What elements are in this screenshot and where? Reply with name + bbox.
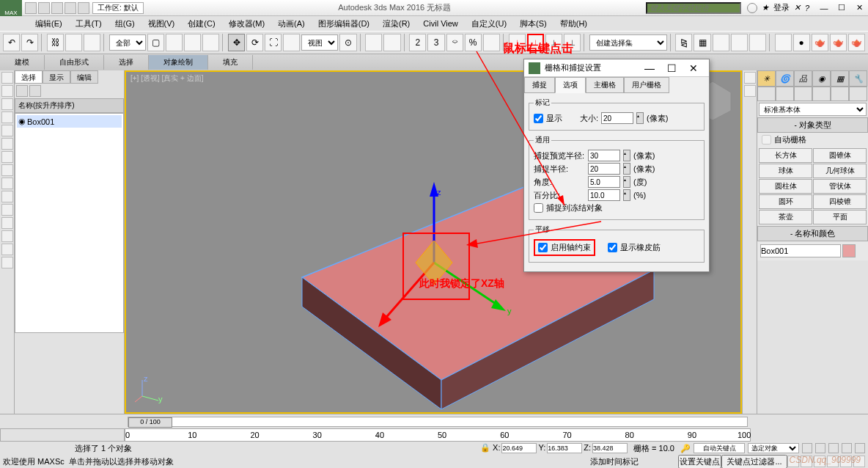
dialog-maximize[interactable]: ☐ — [661, 62, 683, 74]
prim-pyramid[interactable]: 四棱锥 — [813, 194, 867, 209]
unlink-button[interactable] — [65, 34, 82, 51]
render-button[interactable]: 🫖 — [848, 34, 865, 51]
right-tool-1[interactable] — [744, 72, 756, 84]
playback-end-icon[interactable] — [855, 443, 865, 453]
menu-modifiers[interactable]: 修改器(M) — [223, 17, 271, 31]
spinner-snap-button[interactable] — [483, 34, 500, 51]
ribbon-freeform[interactable]: 自由形式 — [45, 55, 104, 70]
login-link[interactable]: 登录 — [773, 2, 790, 13]
align-button[interactable]: ▦ — [694, 34, 710, 51]
help-icon[interactable]: ? — [805, 4, 809, 12]
menu-script[interactable]: 脚本(S) — [514, 17, 553, 31]
dlg-tab-usergrid[interactable]: 用户栅格 — [624, 77, 669, 93]
close-button[interactable]: ✕ — [850, 1, 868, 15]
asset-button[interactable] — [731, 34, 748, 51]
keyfilter-button[interactable]: 关键点过滤器... — [721, 455, 787, 469]
left-tool-10[interactable] — [1, 191, 13, 202]
playback-next-icon[interactable] — [842, 443, 852, 453]
enable-axis-constraint-checkbox[interactable] — [538, 243, 548, 252]
mirror-button[interactable]: ⧎ — [675, 34, 692, 51]
menu-help[interactable]: 帮助(H) — [554, 17, 593, 31]
left-tool-8[interactable] — [1, 164, 13, 176]
scene-tab-edit[interactable]: 编辑 — [70, 70, 98, 84]
cmd-sub-helpers[interactable] — [831, 87, 849, 101]
menu-group[interactable]: 组(G) — [109, 17, 141, 31]
render-setup-button[interactable]: 🫖 — [812, 34, 828, 51]
scene-tab-display[interactable]: 显示 — [43, 70, 70, 84]
prim-tube[interactable]: 管状体 — [813, 179, 867, 194]
coord-y-input[interactable] — [547, 443, 582, 453]
left-tool-15[interactable] — [1, 257, 13, 268]
snap-frozen-checkbox[interactable] — [534, 203, 543, 213]
marker-size-input[interactable] — [601, 112, 633, 124]
prim-box[interactable]: 长方体 — [759, 148, 812, 163]
prim-torus[interactable]: 圆环 — [759, 194, 812, 209]
qat-undo-icon[interactable] — [65, 2, 76, 14]
ribbon-modeling[interactable]: 建模 — [0, 55, 45, 70]
left-tool-7[interactable] — [1, 151, 13, 163]
menu-customize[interactable]: 自定义(U) — [466, 17, 512, 31]
qat-new-icon[interactable] — [25, 2, 37, 14]
object-color-swatch[interactable] — [842, 244, 856, 257]
menu-grapheditors[interactable]: 图形编辑器(D) — [312, 17, 375, 31]
left-tool-11[interactable] — [1, 204, 13, 216]
key-lock-icon[interactable]: 🔑 — [680, 444, 691, 453]
menu-view[interactable]: 视图(V) — [142, 17, 181, 31]
redo-button[interactable]: ↷ — [21, 34, 38, 51]
right-tool-2[interactable] — [744, 85, 756, 97]
schematic-button[interactable] — [775, 34, 792, 51]
scene-search-icon[interactable] — [16, 85, 28, 97]
snap3d-button[interactable]: 3 — [427, 34, 444, 51]
left-tool-5[interactable] — [1, 125, 13, 136]
app-logo[interactable]: MAX — [0, 0, 22, 16]
selection-filter-dropdown[interactable]: 全部 — [109, 34, 146, 51]
time-slider-thumb[interactable]: 0 / 100 — [128, 417, 172, 428]
snap2d-button[interactable]: 2 — [409, 34, 426, 51]
dialog-close[interactable]: ✕ — [683, 62, 705, 74]
curve-editor-button[interactable] — [749, 34, 766, 51]
angle-spinner[interactable]: ▴ — [623, 176, 630, 188]
display-marker-checkbox[interactable] — [534, 114, 543, 123]
menu-civilview[interactable]: Civil View — [417, 18, 463, 29]
close-x-icon[interactable]: ✕ — [794, 3, 801, 12]
scale-button[interactable]: ⛶ — [265, 34, 282, 51]
coord-x-input[interactable] — [501, 443, 537, 453]
dlg-tab-homegrid[interactable]: 主栅格 — [586, 77, 624, 93]
link-button[interactable]: ⛓ — [47, 34, 64, 51]
left-tool-12[interactable] — [1, 217, 13, 229]
manipulate-button[interactable] — [365, 34, 382, 51]
cmd-tab-create[interactable]: ✳ — [757, 70, 776, 87]
pivot-button[interactable]: ⊙ — [339, 34, 356, 51]
undo-button[interactable]: ↶ — [3, 34, 20, 51]
move-button[interactable]: ✥ — [228, 34, 245, 51]
material-button[interactable]: ● — [793, 34, 810, 51]
left-tool-4[interactable] — [1, 111, 13, 123]
time-slider[interactable]: 0 / 100 — [128, 417, 748, 427]
left-tool-14[interactable] — [1, 244, 13, 255]
scene-item-box001[interactable]: ◉Box001 — [17, 115, 122, 128]
preview-radius-spinner[interactable]: ▴ — [623, 150, 630, 161]
left-tool-6[interactable] — [1, 138, 13, 150]
cmd-tab-hierarchy[interactable]: 品 — [794, 70, 812, 87]
keyboard-button[interactable] — [383, 34, 400, 51]
qat-redo-icon[interactable] — [78, 2, 89, 14]
maximize-button[interactable]: ☐ — [833, 1, 850, 15]
prim-geosphere[interactable]: 几何球体 — [813, 164, 867, 178]
cmd-sub-space[interactable] — [849, 87, 867, 101]
minimize-button[interactable]: — — [815, 1, 833, 15]
select-region-button[interactable] — [184, 34, 201, 51]
info-icon[interactable] — [747, 3, 757, 13]
dialog-minimize[interactable]: — — [639, 62, 661, 74]
coord-z-input[interactable] — [592, 443, 628, 453]
left-tool-3[interactable] — [1, 98, 13, 110]
prim-cone[interactable]: 圆锥体 — [813, 148, 867, 163]
scene-tab-select[interactable]: 选择 — [15, 70, 43, 84]
add-time-tag[interactable]: 添加时间标记 — [590, 456, 678, 467]
setkey-button[interactable]: 设置关键点 — [678, 455, 721, 469]
cmd-tab-modify[interactable]: 🌀 — [776, 70, 794, 87]
cmd-sub-lights[interactable] — [794, 87, 812, 101]
dlg-tab-options[interactable]: 选项 — [555, 77, 586, 93]
primitive-category-dropdown[interactable]: 标准基本体 — [759, 103, 867, 116]
playback-play-icon[interactable] — [828, 443, 839, 453]
window-crossing-button[interactable] — [202, 34, 219, 51]
